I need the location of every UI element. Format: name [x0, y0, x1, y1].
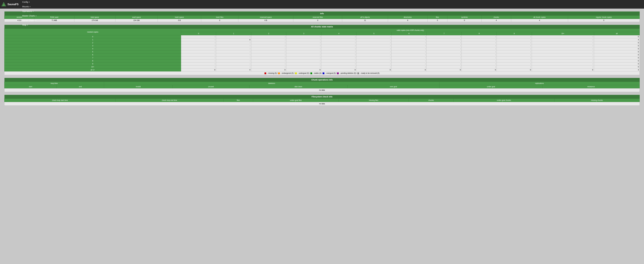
matrix-cell: - [356, 62, 392, 65]
ops-col-invalid: invalid [104, 85, 172, 88]
matrix-cell: - [392, 50, 426, 53]
matrix-cell: - [462, 35, 497, 38]
info-title-row: Info [4, 11, 640, 16]
matrix-data-row: 1-4---------4 [4, 38, 640, 41]
matrix-cell: 4 [594, 68, 640, 71]
matrix-cell: - [426, 65, 462, 68]
matrix-cell: - [251, 47, 286, 50]
matrix-cell: - [356, 38, 392, 41]
ops-col-over-goal: over goal [347, 85, 440, 88]
matrix-cell: - [532, 59, 594, 62]
nav-item-help[interactable]: Help + [20, 23, 39, 27]
matrix-title-row: All chunks state matrix [4, 25, 640, 29]
chunks-matrix-table: All chunks state matrix needed copies va… [4, 25, 640, 75]
matrix-cell: - [251, 56, 286, 59]
matrix-needed-cell: 10+ [4, 65, 181, 68]
info-header: directories [388, 16, 428, 19]
matrix-cell: - [181, 50, 216, 53]
matrix-cell: - [462, 47, 497, 50]
matrix-cell: - [286, 44, 321, 47]
matrix-cell: - [426, 35, 462, 38]
matrix-cell: - [321, 62, 356, 65]
matrix-cell: - [532, 44, 594, 47]
info-header: total space [74, 16, 115, 19]
matrix-cell: 0 [594, 53, 640, 56]
matrix-col-header: 0 [181, 32, 216, 35]
matrix-needed-cell: 2 [4, 41, 181, 44]
matrix-cell: - [216, 62, 251, 65]
matrix-col-header: 6 [392, 32, 426, 35]
matrix-title: All chunks state matrix [4, 25, 640, 29]
fs-check-header: check loop end time [116, 99, 224, 102]
nav-item-master-charts[interactable]: Master Charts + [20, 13, 39, 18]
matrix-cell: - [426, 59, 462, 62]
matrix-cell: - [497, 53, 532, 56]
info-header: reserved files [293, 16, 342, 19]
matrix-cell: - [286, 38, 321, 41]
matrix-data-row: 3-----------0 [4, 44, 640, 47]
matrix-cell: - [532, 41, 594, 44]
matrix-cell: - [321, 41, 356, 44]
matrix-cell: - [321, 44, 356, 47]
matrix-cell: 4 [216, 68, 251, 71]
matrix-cell: - [392, 65, 426, 68]
matrix-cell: - [532, 56, 594, 59]
legend-color-box [310, 72, 312, 74]
info-value: 0 [447, 19, 482, 22]
matrix-col-header: 3 [286, 32, 321, 35]
nav-item-mounts[interactable]: Mounts + [20, 4, 39, 9]
nav-items: Info -Chunks +Servers +Disks +Config +Mo… [20, 0, 39, 27]
info-value: 11 [342, 19, 388, 22]
matrix-cell: - [216, 59, 251, 62]
matrix-cell: - [286, 41, 321, 44]
matrix-cell: - [462, 41, 497, 44]
nav-item-operations[interactable]: Operations + [20, 9, 39, 13]
info-header: symlinks [447, 16, 482, 19]
matrix-cell: - [426, 62, 462, 65]
matrix-cell: - [392, 53, 426, 56]
legend-color-box [278, 72, 280, 74]
fs-check-header: under-goal files [253, 99, 338, 102]
fs-check-section: Filesystem check info check loop start t… [4, 95, 640, 106]
fs-check-headers-row: check loop start timecheck loop end time… [4, 99, 640, 102]
navbar: SaunaFS Info -Chunks +Servers +Disks +Co… [0, 0, 644, 8]
ops-title: Chunk operations info [4, 78, 640, 82]
legend-color-box [295, 72, 297, 74]
matrix-cell: - [426, 44, 462, 47]
info-header: reserved space [238, 16, 293, 19]
matrix-needed-cell: 0 [4, 35, 181, 38]
matrix-cell: - [356, 44, 392, 47]
info-value: 0 B [238, 19, 293, 22]
matrix-data-row: 8-----------0 [4, 59, 640, 62]
nav-item-server-charts[interactable]: Server Charts + [20, 18, 39, 23]
nav-item-config[interactable]: Config + [20, 0, 39, 4]
matrix-cell: - [286, 50, 321, 53]
matrix-cell: - [321, 59, 356, 62]
main-content: Info versionRAM usedtotal spaceavail spa… [0, 8, 644, 264]
matrix-body: 0-----------01-4---------42-----------03… [4, 35, 640, 75]
matrix-col-header: 2 [251, 32, 286, 35]
loop-time-header: loop time [4, 82, 104, 85]
info-value: 5 [428, 19, 447, 22]
matrix-needed-cell: 5 [4, 50, 181, 53]
fs-check-header: missing files [338, 99, 409, 102]
matrix-cell: - [216, 35, 251, 38]
matrix-cell: - [216, 53, 251, 56]
matrix-needed-cell: 8 [4, 59, 181, 62]
matrix-cell: 0 [286, 68, 321, 71]
matrix-cell: - [426, 56, 462, 59]
matrix-col-header: 5 [356, 32, 392, 35]
info-header: trash files [201, 16, 238, 19]
matrix-cell: - [392, 44, 426, 47]
matrix-cell: - [462, 50, 497, 53]
fs-check-header: chunks [409, 99, 454, 102]
matrix-cell: - [181, 59, 216, 62]
matrix-cell: - [251, 65, 286, 68]
matrix-cell: - [532, 62, 594, 65]
matrix-data-row: 9-----------0 [4, 62, 640, 65]
matrix-cell: - [356, 41, 392, 44]
matrix-cell: - [497, 56, 532, 59]
info-table: Info versionRAM usedtotal spaceavail spa… [4, 11, 640, 22]
matrix-cell: 0 [462, 68, 497, 71]
matrix-cell: - [181, 38, 216, 41]
